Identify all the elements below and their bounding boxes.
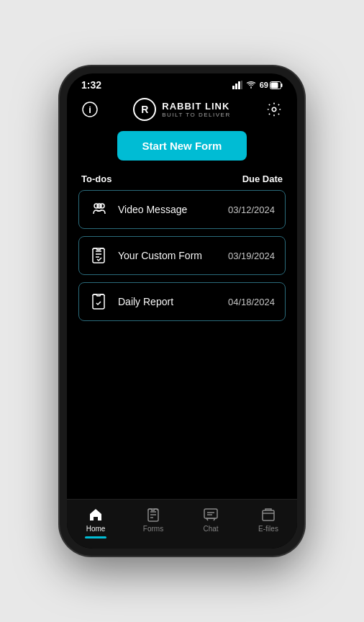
todo-item-video[interactable]: Video Message 03/12/2024	[78, 190, 286, 229]
todos-label: To-dos	[81, 173, 112, 184]
todo-video-date: 03/12/2024	[228, 204, 275, 215]
chat-icon	[203, 507, 219, 523]
nav-chat-label: Chat	[203, 525, 218, 533]
wifi-icon	[246, 81, 256, 89]
info-button[interactable]: i	[80, 99, 100, 120]
svg-point-9	[272, 107, 276, 112]
nav-home-label: Home	[86, 525, 106, 533]
svg-rect-2	[238, 81, 240, 89]
battery-icon: 69	[260, 81, 283, 89]
todo-custom-form-date: 03/19/2024	[228, 251, 275, 261]
todo-daily-report-label: Daily Report	[118, 296, 219, 307]
nav-efiles-label: E-files	[258, 525, 278, 533]
nav-forms-label: Forms	[143, 525, 163, 533]
brand-logo: R RABBIT LINK BUILT TO DELIVER	[133, 98, 230, 121]
nav-forms[interactable]: Forms	[124, 504, 182, 541]
svg-rect-5	[281, 84, 283, 87]
logo-text: RABBIT LINK BUILT TO DELIVER	[162, 101, 230, 118]
signal-icon	[232, 81, 242, 89]
settings-button[interactable]	[264, 99, 284, 120]
svg-rect-6	[271, 82, 278, 88]
svg-rect-14	[93, 294, 104, 309]
svg-rect-16	[204, 509, 217, 518]
forms-icon	[145, 507, 161, 523]
svg-rect-19	[263, 510, 274, 520]
video-message-icon	[89, 199, 109, 220]
todo-header: To-dos Due Date	[78, 173, 286, 184]
bottom-nav: Home Forms	[67, 499, 297, 549]
main-content: Start New Form To-dos Due Date Vid	[67, 128, 297, 499]
due-date-label: Due Date	[242, 173, 283, 184]
logo-circle: R	[133, 98, 156, 121]
todo-video-label: Video Message	[118, 204, 219, 215]
daily-report-icon	[89, 292, 109, 312]
todo-custom-form-label: Your Custom Form	[118, 250, 219, 261]
phone-screen: 1:32 69	[67, 73, 297, 549]
efiles-icon	[260, 507, 276, 523]
home-icon	[88, 507, 104, 523]
todo-item-custom-form[interactable]: Your Custom Form 03/19/2024	[78, 236, 286, 275]
start-new-form-button[interactable]: Start New Form	[117, 131, 247, 161]
app-header: i R RABBIT LINK BUILT TO DELIVER	[67, 94, 297, 128]
status-icons: 69	[232, 81, 283, 89]
phone-frame: 1:32 69	[60, 66, 304, 556]
svg-text:i: i	[88, 104, 91, 115]
status-time: 1:32	[81, 79, 101, 91]
notch	[146, 73, 218, 91]
svg-rect-3	[241, 81, 242, 89]
svg-point-12	[97, 204, 101, 208]
nav-efiles[interactable]: E-files	[240, 504, 297, 541]
custom-form-icon	[89, 245, 109, 266]
todo-item-daily-report[interactable]: Daily Report 04/18/2024	[78, 282, 286, 321]
nav-chat[interactable]: Chat	[182, 504, 240, 541]
todo-daily-report-date: 04/18/2024	[228, 297, 275, 307]
svg-rect-1	[235, 84, 237, 89]
nav-home[interactable]: Home	[67, 504, 124, 541]
svg-rect-0	[232, 86, 235, 89]
